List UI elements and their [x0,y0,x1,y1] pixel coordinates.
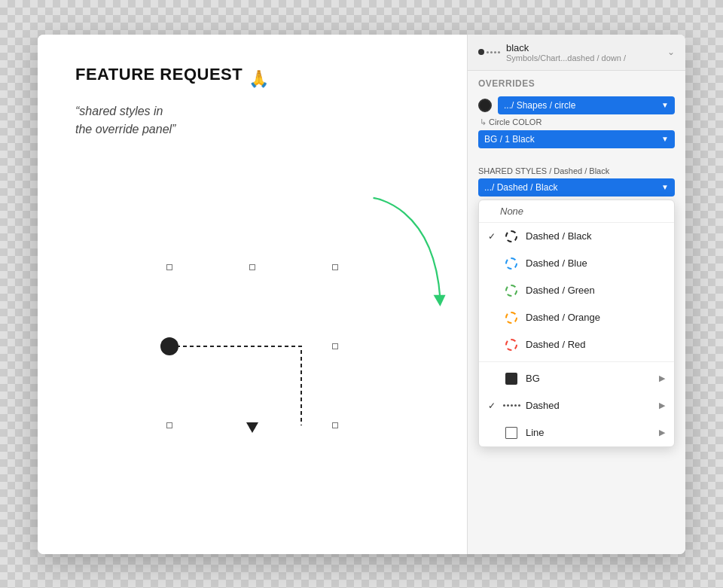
arrow-node [246,422,258,433]
circle-override-item: .../ Shapes / circle ▼ Circle COLOR BG /… [478,96,675,148]
symbol-path: Symbols/Chart...dashed / down / [506,53,626,62]
svg-marker-0 [434,294,446,306]
menu-item-bg-left: BG [488,370,540,387]
menu-item-dashed-black[interactable]: ✓ Dashed / Black [479,223,674,250]
menu-item-line[interactable]: Line ▶ [479,419,674,446]
menu-item-none[interactable]: None [479,200,674,223]
arrow-right-icon: ▶ [659,373,665,383]
left-panel: FEATURE REQUEST 🙏 “shared styles in the … [38,35,467,554]
dropdown-arrow-icon-3: ▼ [661,183,669,191]
symbol-name: black [506,42,626,53]
dropdown-arrow-icon: ▼ [661,101,669,109]
overrides-section: Overrides .../ Shapes / circle ▼ Circle … [468,71,685,162]
symbol-header-left: black Symbols/Chart...dashed / down / [478,42,626,62]
menu-item-dashed-orange[interactable]: Dashed / Orange [479,304,674,331]
circle-color-dropdown[interactable]: BG / 1 Black ▼ [478,130,675,148]
checkmark-icon: ✓ [488,231,497,242]
dashed-blue-icon [503,255,520,272]
feature-quote: “shared styles in the override panel” [75,102,429,139]
dot-small-3 [494,51,496,53]
circle-override-row: .../ Shapes / circle ▼ [478,96,675,114]
main-container: FEATURE REQUEST 🙏 “shared styles in the … [38,35,685,554]
menu-item-dashed-green[interactable]: Dashed / Green [479,277,674,304]
arrow-right-icon-2: ▶ [659,401,665,410]
dot-small-4 [498,51,500,53]
bg-icon [503,370,520,387]
chevron-down-icon[interactable]: ⌄ [667,47,675,57]
canvas-area [75,169,429,524]
dashed-green-icon [503,282,520,299]
symbol-header: black Symbols/Chart...dashed / down / ⌄ [468,35,685,71]
checkmark-dashed: ✓ [488,401,497,411]
dashed-black-icon [503,228,520,245]
green-arrow-icon [362,191,452,312]
dashed-red-icon [503,337,520,353]
circle-node [160,337,178,355]
dropdown-menu: None ✓ Dashed / Black Dashed / Blue [478,200,675,447]
dashed-orange-icon [503,309,520,326]
menu-item-dashed-blue[interactable]: Dashed / Blue [479,250,674,277]
dashed-section-icon [503,398,520,414]
menu-separator [479,361,674,362]
arrow-right-icon-3: ▶ [659,428,665,437]
overrides-title: Overrides [478,78,675,89]
menu-item-bg[interactable]: BG ▶ [479,365,674,392]
circle-icon [478,99,492,112]
menu-item-dashed-left: ✓ Dashed [488,398,560,414]
dashed-box [169,267,335,425]
menu-item-dashed-section[interactable]: ✓ Dashed ▶ [479,392,674,419]
dot-small-2 [490,51,493,53]
dot-small-1 [487,51,489,53]
feature-title: FEATURE REQUEST [75,65,243,84]
dashed-style-dropdown[interactable]: .../ Dashed / Black ▼ [478,178,675,197]
line-icon [503,425,520,441]
shared-styles-label: SHARED STYLES / Dashed / Black [468,162,685,178]
right-panel: black Symbols/Chart...dashed / down / ⌄ … [467,35,685,554]
menu-item-line-left: Line [488,425,545,441]
circle-shape-dropdown[interactable]: .../ Shapes / circle ▼ [498,96,675,114]
dashed-override-container: .../ Dashed / Black ▼ [468,178,685,197]
symbol-dot-indicator [478,49,500,55]
menu-item-dashed-red[interactable]: Dashed / Red [479,331,674,358]
symbol-info: black Symbols/Chart...dashed / down / [506,42,626,62]
circle-color-sublabel: Circle COLOR [478,117,675,127]
dashed-path-svg [169,267,335,425]
praying-emoji: 🙏 [249,69,269,89]
dots-dashed [487,51,500,53]
dropdown-arrow-icon-2: ▼ [661,135,669,143]
dot-black [478,49,484,55]
